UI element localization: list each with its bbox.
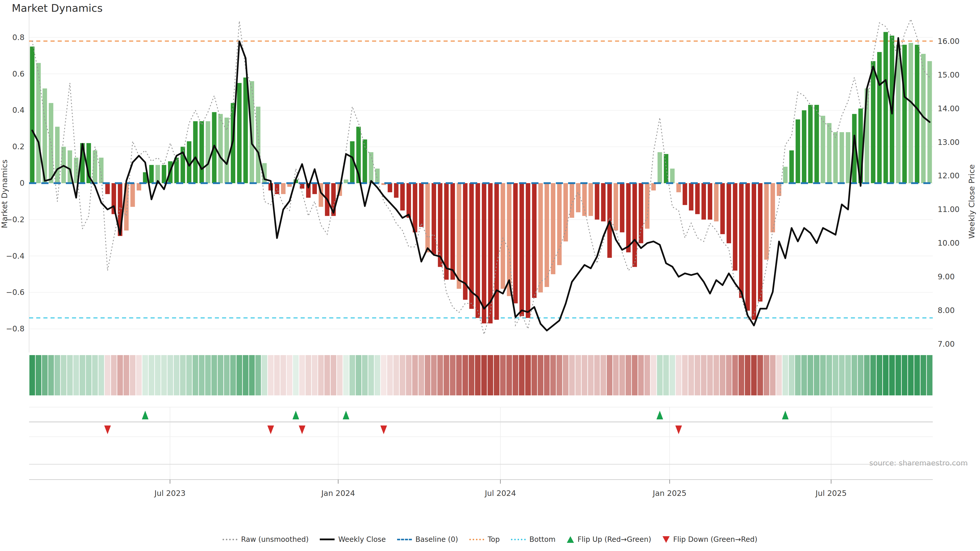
oscillator-bar	[645, 183, 649, 229]
oscillator-bar	[658, 152, 662, 183]
heatmap-cell	[833, 355, 838, 395]
heatmap-cell	[883, 355, 889, 395]
flip-down-markers	[104, 426, 682, 434]
heatmap-cell	[105, 355, 110, 395]
heatmap-cell	[576, 355, 581, 395]
heatmap-cell	[732, 355, 738, 395]
oscillator-bar	[632, 183, 637, 267]
oscillator-bar	[162, 165, 166, 183]
heatmap-cell	[619, 355, 625, 395]
heatmap-cell	[676, 355, 681, 395]
heatmap-cell	[814, 355, 819, 395]
heatmap-cell	[205, 355, 211, 395]
oscillator-bar	[149, 165, 154, 183]
right-axis-title: Weekly Close Price	[967, 164, 976, 239]
oscillator-bar	[388, 183, 392, 192]
oscillator-bar	[407, 183, 411, 218]
heatmap-cell	[456, 355, 462, 395]
heatmap-cell	[845, 355, 851, 395]
heatmap-cell	[425, 355, 430, 395]
heatmap-cell	[286, 355, 292, 395]
heatmap-cell	[186, 355, 192, 395]
heatmap-cell	[538, 355, 543, 395]
heatmap-cell	[720, 355, 725, 395]
heatmap-cell	[243, 355, 248, 395]
heatmap-cell	[896, 355, 901, 395]
oscillator-bar	[614, 183, 618, 230]
heatmap-cell	[305, 355, 311, 395]
oscillator-bar	[218, 114, 223, 183]
weekly-close-line-icon	[320, 538, 334, 540]
heatmap-cell	[795, 355, 800, 395]
heatmap-cell	[625, 355, 631, 395]
heatmap-cell	[751, 355, 757, 395]
heatmap-cell	[494, 355, 500, 395]
oscillator-bar	[620, 183, 625, 232]
oscillator-bar	[482, 183, 487, 324]
heatmap-cell	[682, 355, 688, 395]
heatmap-cell	[262, 355, 267, 395]
heatmap-cell	[877, 355, 882, 395]
oscillator-bar	[702, 183, 706, 220]
heatmap-cell	[808, 355, 813, 395]
heatmap-cell	[670, 355, 675, 395]
heatmap-cell	[789, 355, 794, 395]
heatmap-cell	[444, 355, 449, 395]
oscillator-bar	[563, 183, 568, 241]
heatmap-cell	[438, 355, 443, 395]
heatmap-cell	[707, 355, 713, 395]
right-tick-label: 13.00	[938, 138, 959, 147]
heatmap-cell	[688, 355, 694, 395]
heatmap-cell	[218, 355, 223, 395]
left-tick-label: −0.6	[6, 288, 24, 297]
heatmap-cell	[331, 355, 336, 395]
legend-item-flip-up-red-green: Flip Up (Red→Green)	[567, 535, 651, 544]
heatmap-cell	[632, 355, 638, 395]
heatmap-cell	[368, 355, 374, 395]
right-tick-label: 12.00	[938, 171, 959, 180]
heatmap-cell	[99, 355, 104, 395]
oscillator-bar	[501, 183, 505, 289]
heatmap-cell	[312, 355, 318, 395]
heatmap-cell	[73, 355, 79, 395]
right-tick-label: 8.00	[938, 306, 955, 315]
legend-label: Bottom	[529, 535, 555, 544]
heatmap-cell	[349, 355, 355, 395]
heatmap-cell	[268, 355, 274, 395]
heatmap-cell	[870, 355, 876, 395]
legend-item-weekly-close: Weekly Close	[320, 535, 386, 544]
right-tick-label: 10.00	[938, 238, 959, 248]
oscillator-bar	[256, 106, 261, 183]
heatmap-cell	[230, 355, 236, 395]
heatmap-cell	[594, 355, 600, 395]
heatmap-cell	[481, 355, 487, 395]
heatmap-cell	[249, 355, 255, 395]
flip-down-icon	[380, 426, 387, 434]
heatmap-cell	[927, 355, 932, 395]
heatmap-cell	[343, 355, 349, 395]
flip-down-icon	[299, 426, 305, 434]
oscillator-bar	[363, 140, 367, 183]
oscillator-bar	[400, 183, 405, 210]
oscillator-bar	[752, 183, 756, 320]
heatmap-cell	[550, 355, 556, 395]
heatmap-cell	[902, 355, 907, 395]
raw-unsmoothed-line-icon	[223, 539, 237, 540]
right-tick-label: 9.00	[938, 272, 955, 281]
oscillator-bar	[49, 103, 53, 183]
bottom-line-icon	[511, 539, 526, 540]
flip-up-icon	[343, 411, 349, 419]
oscillator-bar	[224, 118, 229, 183]
x-tick-label: Jul 2023	[154, 489, 186, 498]
oscillator-bar	[595, 183, 600, 220]
heatmap-cell	[475, 355, 480, 395]
heatmap-cell	[864, 355, 870, 395]
oscillator-bar	[908, 43, 913, 183]
heatmap-cell	[86, 355, 92, 395]
heatmap-cell	[757, 355, 763, 395]
oscillator-bar	[764, 183, 769, 260]
heatmap-cell	[381, 355, 387, 395]
heatmap-cell	[801, 355, 807, 395]
heatmap-cell	[695, 355, 700, 395]
oscillator-bar	[827, 123, 832, 183]
